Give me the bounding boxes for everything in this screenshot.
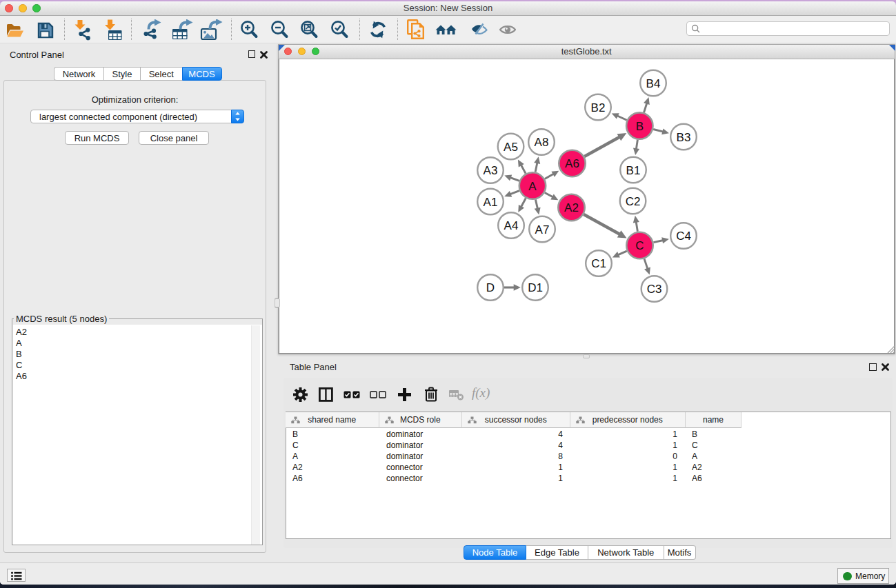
svg-text:B: B — [636, 120, 644, 133]
svg-text:C: C — [635, 239, 644, 252]
svg-text:B4: B4 — [646, 77, 661, 90]
svg-text:D1: D1 — [528, 281, 543, 294]
svg-text:A: A — [528, 180, 537, 193]
svg-text:D: D — [486, 281, 495, 294]
svg-text:A1: A1 — [484, 196, 498, 209]
svg-text:C3: C3 — [647, 283, 662, 296]
svg-text:B1: B1 — [626, 164, 641, 177]
svg-text:B3: B3 — [677, 131, 691, 144]
svg-text:C4: C4 — [676, 230, 691, 243]
svg-text:C1: C1 — [591, 257, 606, 270]
svg-text:C2: C2 — [626, 195, 641, 208]
svg-text:A4: A4 — [504, 219, 519, 232]
svg-text:A5: A5 — [504, 141, 518, 154]
svg-text:A3: A3 — [484, 164, 498, 177]
svg-text:B2: B2 — [591, 101, 606, 114]
svg-text:A8: A8 — [535, 136, 549, 149]
svg-text:A7: A7 — [535, 223, 550, 236]
svg-text:A6: A6 — [565, 157, 579, 170]
svg-text:A2: A2 — [564, 201, 579, 214]
